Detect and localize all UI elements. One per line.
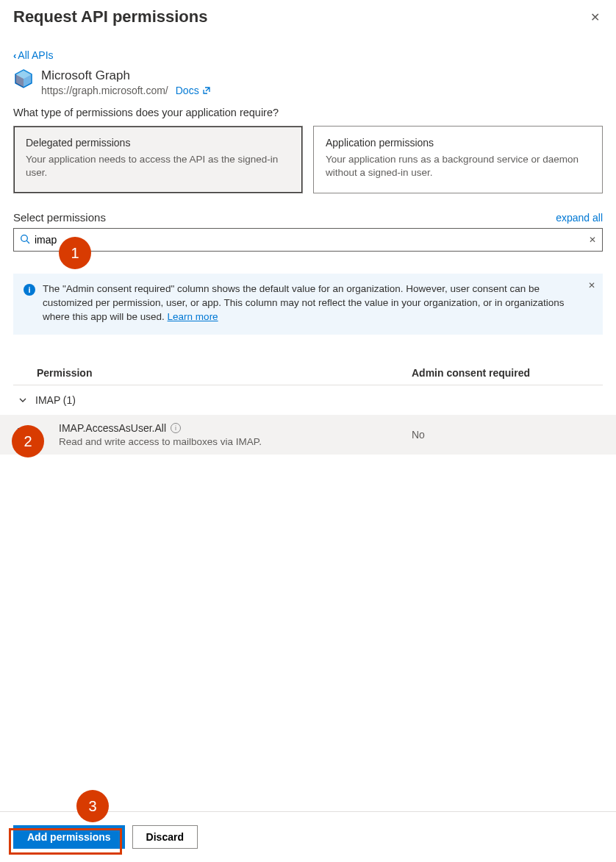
column-permission: Permission — [37, 367, 412, 379]
dismiss-banner-icon[interactable]: ✕ — [588, 279, 595, 292]
permission-type-question: What type of permissions does your appli… — [13, 107, 603, 118]
external-link-icon — [202, 86, 211, 95]
back-all-apis-link[interactable]: ‹ All APIs — [13, 49, 54, 61]
permission-id: IMAP.AccessAsUser.All — [59, 422, 166, 434]
permission-row-imap-accessasuser[interactable]: IMAP.AccessAsUser.All i Read and write a… — [0, 415, 616, 455]
clear-search-icon[interactable]: ✕ — [587, 235, 598, 245]
back-link-label: All APIs — [18, 49, 53, 61]
delegated-desc: Your application needs to access the API… — [26, 153, 290, 179]
discard-button[interactable]: Discard — [132, 825, 198, 849]
permission-description: Read and write access to mailboxes via I… — [59, 436, 412, 447]
select-permissions-label: Select permissions — [13, 211, 106, 224]
api-name: Microsoft Graph — [41, 68, 211, 83]
delegated-title: Delegated permissions — [26, 137, 290, 149]
column-admin-consent: Admin consent required — [412, 367, 603, 379]
microsoft-graph-icon — [13, 68, 34, 89]
application-permissions-card[interactable]: Application permissions Your application… — [313, 126, 603, 193]
search-icon — [20, 234, 30, 246]
add-permissions-button[interactable]: Add permissions — [13, 825, 125, 849]
permission-group-imap[interactable]: IMAP (1) — [13, 385, 603, 415]
svg-line-5 — [26, 241, 29, 243]
chevron-left-icon: ‹ — [13, 50, 16, 61]
info-icon: i — [24, 284, 35, 296]
expand-all-link[interactable]: expand all — [556, 212, 603, 224]
panel-title: Request API permissions — [13, 7, 207, 26]
chevron-down-icon — [18, 395, 28, 405]
application-title: Application permissions — [326, 137, 590, 149]
permission-search-input[interactable] — [30, 234, 587, 246]
permissions-table-header: Permission Admin consent required — [13, 367, 603, 385]
admin-consent-value: No — [412, 429, 603, 441]
permission-checkbox[interactable] — [18, 428, 31, 441]
docs-link[interactable]: Docs — [176, 85, 211, 96]
group-label: IMAP (1) — [35, 394, 76, 406]
admin-consent-info-banner: i The "Admin consent required" column sh… — [13, 274, 603, 335]
close-icon[interactable]: ✕ — [587, 7, 603, 27]
learn-more-link[interactable]: Learn more — [168, 311, 218, 322]
application-desc: Your application runs as a background se… — [326, 153, 590, 179]
api-url: https://graph.microsoft.com/ — [41, 85, 168, 96]
info-banner-text: The "Admin consent required" column show… — [43, 283, 565, 322]
delegated-permissions-card[interactable]: Delegated permissions Your application n… — [13, 126, 303, 193]
help-icon[interactable]: i — [171, 423, 181, 433]
docs-link-label: Docs — [176, 85, 199, 96]
permission-search-box[interactable]: ✕ — [13, 228, 603, 252]
footer-actions: Add permissions Discard — [0, 811, 616, 862]
svg-point-4 — [21, 235, 28, 242]
